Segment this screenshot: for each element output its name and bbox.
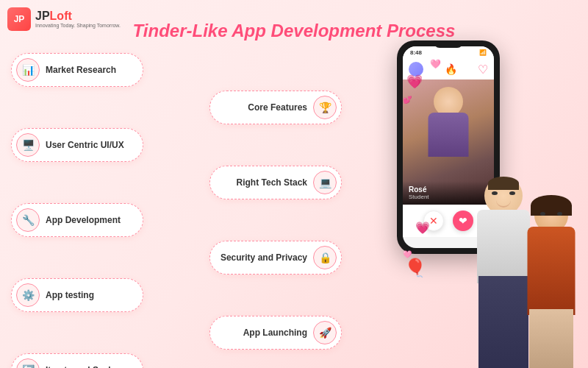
phone-status-bar: 8:48 📶	[403, 46, 494, 59]
step-icon-8: 🚀	[313, 321, 337, 344]
step-row-9: 🔄 Iterate and Scale	[11, 353, 349, 368]
step-row-8: 🚀 App Launching	[11, 316, 349, 350]
woman-eye-right	[557, 212, 562, 216]
step-core-features: 🏆 Core Features	[209, 91, 342, 124]
woman-legs	[529, 309, 573, 368]
couple-illustration	[441, 88, 588, 368]
man-hair	[488, 177, 519, 190]
steps-container: 📊 Market Research 🏆 Core Features 🖥️ Use…	[11, 53, 349, 368]
step-row-6: 🔒 Security and Privacy	[11, 241, 349, 275]
step-label-3: User Centric UI/UX	[46, 140, 124, 150]
man-smile	[496, 200, 511, 208]
woman-figure	[522, 177, 581, 368]
woman-dress	[528, 227, 576, 315]
step-app-launching: 🚀 App Launching	[209, 316, 342, 350]
step-app-testing: ⚙️ App testing	[11, 278, 143, 312]
step-label-5: App Development	[46, 215, 121, 225]
step-icon-5: 🔧	[16, 208, 40, 232]
heart-deco-3: 💕	[403, 96, 412, 104]
step-icon-1: 📊	[16, 58, 40, 82]
step-label-7: App testing	[46, 290, 94, 300]
step-row-3: 🖥️ User Centric UI/UX	[11, 128, 349, 162]
step-icon-4: 💻	[313, 171, 337, 194]
step-label-9: Iterate and Scale	[46, 365, 115, 368]
heart-deco-4: 💗	[415, 221, 430, 235]
step-app-development: 🔧 App Development	[11, 203, 143, 237]
step-row-1: 📊 Market Research	[11, 53, 349, 87]
woman-hair	[531, 195, 572, 216]
step-iterate-scale: 🔄 Iterate and Scale	[11, 353, 143, 368]
balloon-deco: 🎈	[404, 258, 426, 278]
phone-time: 8:48	[410, 49, 422, 56]
step-market-research: 📊 Market Research	[11, 53, 143, 87]
tinder-logo-icon: 🔥	[445, 63, 457, 75]
step-ui-ux: 🖥️ User Centric UI/UX	[11, 128, 143, 162]
step-tech-stack: 💻 Right Tech Stack	[209, 166, 342, 199]
step-icon-2: 🏆	[313, 96, 337, 119]
phone-signals: 📶	[479, 49, 487, 56]
step-label-2: Core Features	[248, 102, 307, 113]
step-security: 🔒 Security and Privacy	[209, 241, 342, 275]
page-title: Tinder-Like App Development Process	[0, 21, 588, 41]
step-icon-3: 🖥️	[16, 133, 40, 157]
heart-deco-2: 🩷	[430, 59, 441, 69]
step-icon-7: ⚙️	[16, 283, 40, 307]
man-pants	[478, 276, 528, 368]
step-row-4: 💻 Right Tech Stack	[11, 166, 349, 199]
tinder-heart-icon: ♡	[478, 63, 488, 77]
step-icon-9: 🔄	[16, 358, 40, 368]
step-row-5: 🔧 App Development	[11, 203, 349, 237]
step-label-6: Security and Privacy	[220, 252, 307, 263]
step-label-8: App Launching	[243, 328, 307, 338]
man-eye-left	[492, 191, 498, 195]
step-label-4: Right Tech Stack	[237, 177, 307, 188]
man-eye-right	[509, 191, 515, 195]
step-row-7: ⚙️ App testing	[11, 278, 349, 312]
phone-notch	[434, 40, 463, 48]
woman-eye-left	[540, 212, 545, 216]
step-label-1: Market Research	[46, 65, 116, 75]
heart-deco-1: 💗	[406, 74, 423, 90]
step-row-2: 🏆 Core Features	[11, 91, 349, 124]
step-icon-6: 🔒	[313, 246, 337, 269]
